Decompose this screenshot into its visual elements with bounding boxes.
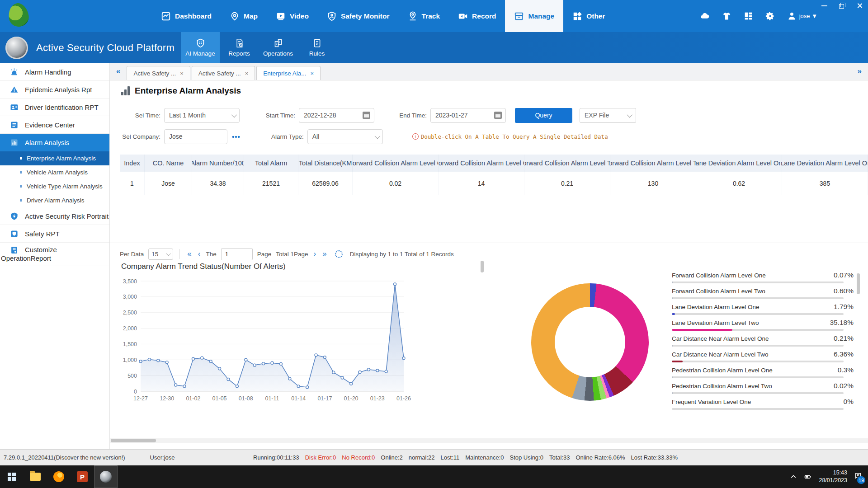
legend-row[interactable]: Forward Collision Alarm Level One0.07% [672,271,854,287]
nav-label: Video [290,12,309,20]
nav-dashboard[interactable]: Dashboard [152,0,221,32]
chevron-down-icon [231,112,237,117]
windows-logo-icon [8,473,16,481]
legend-row[interactable]: Frequent Variation Level One0% [672,398,854,413]
col-header[interactable]: Forward Collision Alarm Level O [353,155,439,172]
end-time-input[interactable]: 2023-01-27 [430,108,506,123]
sidebar-item-driver-identification[interactable]: Driver Identification RPT [0,99,109,116]
cell-co-name: Jose [145,172,192,195]
sidebar-subitem-driver-alarm-analysis[interactable]: Driver Alarm Analysis [0,193,109,207]
menu-rules[interactable]: Rules [297,32,336,63]
menu-operations[interactable]: Operations [259,32,297,63]
tabs-collapse-icon[interactable]: « [110,67,127,80]
sel-time-select[interactable]: Last 1 Month [164,108,240,123]
col-header[interactable]: CO. Name [145,155,192,172]
tab-active-safety-1[interactable]: Active Safety ... × [127,66,190,80]
col-header[interactable]: Forward Collision Alarm Level Tw [524,155,610,172]
tray-expand-icon[interactable] [790,473,797,480]
sidebar-item-alarm-analysis[interactable]: Alarm Analysis [0,134,109,151]
query-button[interactable]: Query [515,108,572,123]
page-number-input[interactable]: 1 [221,248,253,260]
legend-row[interactable]: Lane Deviation Alarm Level One1.79% [672,303,854,319]
calendar-icon[interactable] [363,112,370,119]
col-header[interactable]: Forward Collision Alarm Level O [439,155,524,172]
nav-map[interactable]: Map [221,0,267,32]
battery-icon[interactable] [804,473,811,480]
powerpoint-button[interactable]: P [71,465,94,488]
tab-close-icon[interactable]: × [245,70,249,77]
col-header[interactable]: Index [120,155,145,172]
col-header[interactable]: Lane Deviation Alarm Level One [696,155,782,172]
restore-icon[interactable] [839,3,845,9]
col-header[interactable]: Forward Collision Alarm Level Tw [610,155,696,172]
version-text[interactable]: 7.29.0.1_20220411(Discover the new versi… [4,454,125,461]
apps-layout-icon[interactable] [744,11,753,21]
file-explorer-button[interactable] [24,465,47,488]
legend-row[interactable]: Car Distance Near Alarm Level One0.21% [672,334,854,350]
legend-row[interactable]: Lane Deviation Alarm Level Two35.18% [672,319,854,334]
clock-date: 28/01/2023 [819,477,847,484]
col-header[interactable]: Lane Deviation Alarm Level Or [782,155,868,172]
cloud-icon[interactable] [700,11,710,21]
shirt-icon[interactable] [722,11,731,21]
notification-area[interactable]: 19 [854,472,862,481]
tabs-expand-icon[interactable]: » [851,67,868,80]
start-time-input[interactable]: 2022-12-28 [299,108,374,123]
menu-ai-manage[interactable]: AI Manage [181,32,220,63]
nav-video[interactable]: Video [267,0,318,32]
tab-close-icon[interactable]: × [311,70,314,77]
minimize-icon[interactable] [821,3,827,9]
table-row[interactable]: 1 Jose 34.38 21521 62589.06 0.02 14 0.21… [120,172,868,195]
sel-time-label: Sel Time: [110,112,164,119]
company-picker-ellipsis-button[interactable]: ••• [232,133,241,141]
alarm-type-select[interactable]: All [307,129,383,144]
menu-reports[interactable]: Reports [220,32,259,63]
taskbar-clock[interactable]: 15:43 28/01/2023 [819,469,847,484]
next-page-icon[interactable]: › [313,249,317,258]
calendar-icon[interactable] [494,112,502,119]
nav-record[interactable]: Record [449,0,505,32]
col-header[interactable]: Alarm Number/100 [192,155,244,172]
sidebar-item-customize-operation-report[interactable]: Customize OperationReport [0,243,109,266]
legend-row[interactable]: Pedestrian Collision Alarm Level One0.3% [672,366,854,382]
legend-bar-track [672,345,844,347]
first-page-icon[interactable]: « [186,249,192,258]
nav-track[interactable]: Track [399,0,449,32]
start-button[interactable] [0,465,24,488]
col-header[interactable]: Total Distance(KM [298,155,353,172]
sel-company-input[interactable]: Jose [164,129,227,144]
nav-manage[interactable]: Manage [505,0,563,32]
cell-total-distance: 62589.06 [298,172,353,195]
nav-safety-monitor[interactable]: Safety Monitor [318,0,399,32]
user-menu[interactable]: jose ▼ [787,11,817,21]
vertical-scrollbar-thumb[interactable] [481,261,484,272]
tab-enterprise-alarm[interactable]: Enterprise Ala... × [256,66,321,80]
tab-active-safety-2[interactable]: Active Safety ... × [192,66,255,80]
firefox-button[interactable] [47,465,71,488]
last-page-icon[interactable]: » [321,249,327,258]
per-data-select[interactable]: 15 [148,249,173,260]
legend-row[interactable]: Car Distance Near Alarm Level Two6.36% [672,350,854,366]
sidebar-item-alarm-handling[interactable]: Alarm Handling [0,63,109,81]
close-icon[interactable] [857,3,863,9]
chevron-down-icon [627,112,633,117]
active-app-button[interactable] [94,465,118,488]
col-header[interactable]: Total Alarm [244,155,298,172]
gear-icon[interactable] [765,11,775,21]
sidebar-subitem-enterprise-alarm-analysis[interactable]: Enterprise Alarm Analysis [0,151,109,165]
prev-page-icon[interactable]: ‹ [197,249,202,258]
sidebar-item-safety-rpt[interactable]: Safety RPT [0,225,109,243]
legend-value: 0.21% [834,334,854,343]
exp-file-dropdown[interactable]: EXP File [580,108,636,123]
sidebar-item-evidence-center[interactable]: Evidence Center [0,116,109,134]
legend-row[interactable]: Forward Collision Alarm Level Two0.60% [672,287,854,303]
horizontal-scrollbar-thumb[interactable] [111,439,156,442]
sidebar-subitem-vehicle-type-alarm-analysis[interactable]: Vehicle Type Alarm Analysis [0,179,109,193]
sidebar-subitem-vehicle-alarm-analysis[interactable]: Vehicle Alarm Analysis [0,165,109,179]
nav-other[interactable]: Other [563,0,614,32]
legend-scrollbar-thumb[interactable] [857,273,860,294]
sidebar-item-risk-portrait[interactable]: Active Security Risk Portrait [0,207,109,225]
tab-close-icon[interactable]: × [180,70,184,77]
sidebar-item-epidemic-analysis[interactable]: Epidemic Analysis Rpt [0,81,109,99]
legend-row[interactable]: Pedestrian Collision Alarm Level Two0.02… [672,382,854,398]
